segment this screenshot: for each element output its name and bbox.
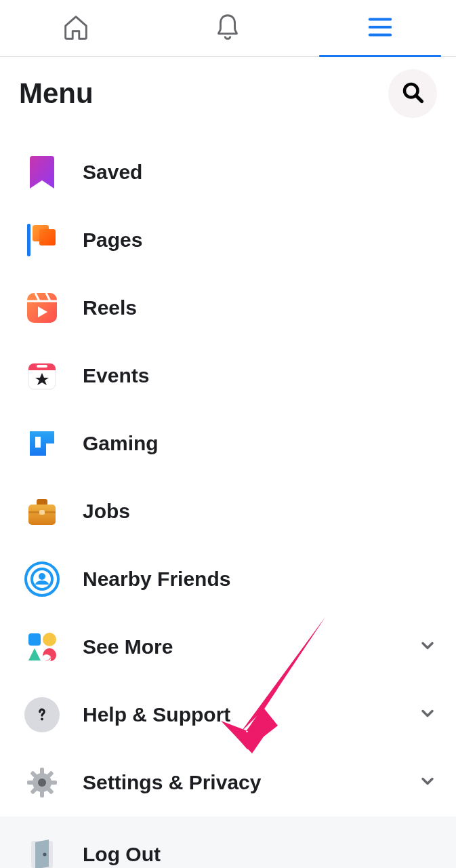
menu-item-saved[interactable]: Saved <box>0 138 456 206</box>
hamburger-icon <box>365 12 396 45</box>
svg-rect-10 <box>37 365 47 368</box>
chevron-down-icon <box>418 772 437 793</box>
menu-item-label: Events <box>83 364 437 387</box>
menu-item-label: Help & Support <box>83 703 395 726</box>
svg-rect-25 <box>50 781 57 785</box>
menu-list: Saved Pages <box>0 125 456 868</box>
search-icon <box>400 80 425 107</box>
bookmark-icon <box>24 155 60 190</box>
search-button[interactable] <box>388 69 437 118</box>
briefcase-icon <box>24 494 60 529</box>
menu-header: Menu <box>0 57 456 125</box>
menu-item-label: Settings & Privacy <box>83 771 395 794</box>
svg-rect-5 <box>27 224 30 256</box>
bell-icon <box>212 12 243 45</box>
chevron-down-icon <box>418 704 437 726</box>
menu-item-label: Nearby Friends <box>83 568 437 591</box>
menu-item-gaming[interactable]: Gaming <box>0 410 456 477</box>
svg-rect-7 <box>39 229 56 245</box>
menu-item-label: Jobs <box>83 500 437 523</box>
svg-rect-8 <box>27 293 57 323</box>
svg-point-17 <box>39 573 45 580</box>
svg-rect-23 <box>40 791 44 797</box>
svg-point-20 <box>41 718 43 721</box>
svg-line-4 <box>417 96 422 102</box>
flag-icon <box>24 222 60 258</box>
apps-icon <box>24 629 60 665</box>
gear-icon <box>24 765 60 800</box>
menu-item-see-more[interactable]: See More <box>0 613 456 681</box>
menu-item-reels[interactable]: Reels <box>0 274 456 342</box>
svg-point-32 <box>43 853 47 856</box>
tab-menu[interactable] <box>304 0 456 56</box>
top-tab-bar <box>0 0 456 57</box>
menu-item-log-out[interactable]: Log Out <box>0 816 456 868</box>
svg-rect-14 <box>39 510 45 515</box>
menu-item-label: Reels <box>83 296 437 319</box>
menu-item-pages[interactable]: Pages <box>0 206 456 274</box>
chevron-down-icon <box>418 636 437 658</box>
menu-item-nearby-friends[interactable]: Nearby Friends <box>0 545 456 613</box>
page-title: Menu <box>19 77 94 110</box>
door-icon <box>24 837 60 868</box>
svg-rect-24 <box>27 781 34 785</box>
home-icon <box>60 12 91 45</box>
reels-icon <box>24 290 60 326</box>
svg-rect-22 <box>40 768 44 774</box>
calendar-icon <box>24 358 60 393</box>
menu-item-label: Pages <box>83 229 437 252</box>
menu-item-label: Saved <box>83 161 437 184</box>
svg-point-19 <box>43 633 56 646</box>
tab-notifications[interactable] <box>152 0 304 56</box>
nearby-friends-icon <box>24 561 60 597</box>
menu-item-help-support[interactable]: Help & Support <box>0 681 456 749</box>
menu-item-label: See More <box>83 635 395 658</box>
menu-item-label: Gaming <box>83 432 437 455</box>
help-icon <box>24 697 60 732</box>
gaming-icon <box>24 426 60 461</box>
svg-point-30 <box>38 778 46 787</box>
tab-home[interactable] <box>0 0 152 56</box>
menu-item-settings-privacy[interactable]: Settings & Privacy <box>0 749 456 816</box>
menu-item-jobs[interactable]: Jobs <box>0 477 456 545</box>
menu-item-events[interactable]: Events <box>0 342 456 410</box>
menu-item-label: Log Out <box>83 843 437 866</box>
svg-rect-18 <box>28 633 41 646</box>
